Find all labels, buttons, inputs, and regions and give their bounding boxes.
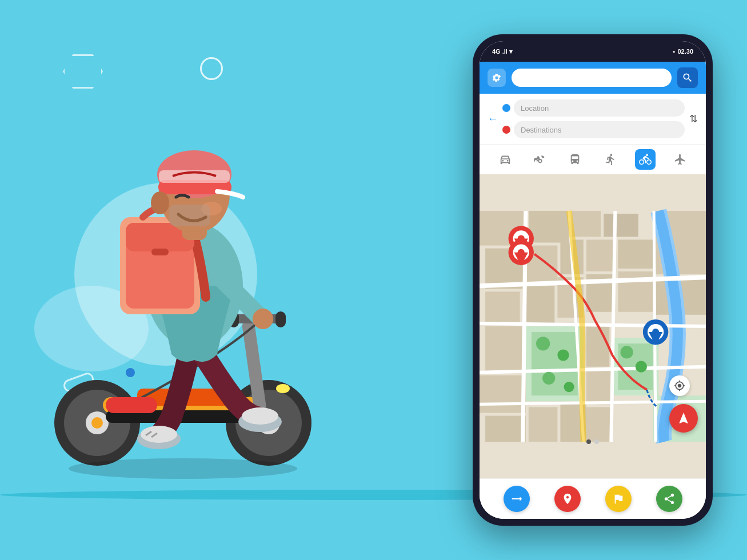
svg-rect-45 (604, 214, 638, 237)
locate-button[interactable] (669, 375, 690, 396)
map-area (480, 174, 706, 478)
svg-rect-68 (529, 407, 558, 442)
route-inputs: Location Destinations (502, 99, 685, 138)
destination-input[interactable]: Destinations (514, 121, 685, 138)
phone-notch (556, 34, 630, 50)
signal-text: 4G .il ▾ (492, 48, 513, 55)
app-content: ← Location Destinations (480, 62, 706, 519)
svg-point-40 (506, 160, 508, 162)
phone-mockup: 4G .il ▾ ▪ 02.30 (473, 34, 713, 526)
svg-point-28 (253, 309, 273, 329)
top-search-bar[interactable] (512, 69, 672, 87)
svg-rect-64 (586, 323, 609, 367)
transport-flight[interactable] (670, 149, 690, 170)
svg-point-94 (620, 346, 633, 358)
svg-rect-63 (485, 326, 523, 373)
battery-icon: ▪ (673, 48, 676, 55)
svg-rect-27 (151, 249, 169, 255)
svg-point-92 (542, 372, 555, 385)
back-button[interactable]: ← (488, 113, 498, 125)
svg-rect-70 (586, 407, 612, 442)
map-controls (669, 375, 698, 433)
svg-point-90 (536, 337, 550, 350)
svg-point-16 (276, 384, 290, 393)
person-scooter-illustration (23, 69, 377, 537)
destination-dot-icon (502, 126, 510, 134)
svg-rect-50 (618, 239, 653, 269)
svg-point-35 (151, 191, 169, 214)
search-button[interactable] (677, 67, 698, 88)
map-svg (480, 174, 706, 478)
svg-point-95 (636, 361, 647, 373)
svg-point-22 (242, 407, 278, 425)
svg-rect-14 (275, 311, 286, 327)
svg-point-3 (91, 417, 103, 429)
route-section: ← Location Destinations (480, 94, 706, 144)
svg-rect-53 (523, 286, 555, 323)
svg-point-39 (502, 160, 504, 162)
dot-1[interactable] (586, 439, 591, 444)
svg-rect-44 (572, 211, 601, 237)
svg-rect-49 (586, 239, 616, 271)
pin-action-button[interactable] (554, 486, 581, 512)
transport-bus[interactable] (565, 149, 585, 170)
svg-rect-43 (529, 211, 569, 243)
bottom-actions (480, 478, 706, 519)
navigation-button[interactable] (669, 404, 698, 433)
svg-rect-52 (485, 291, 520, 323)
svg-rect-15 (106, 397, 157, 413)
status-time: ▪ 02.30 (673, 48, 693, 55)
svg-point-93 (564, 382, 574, 392)
destination-row: Destinations (502, 121, 685, 138)
location-input[interactable]: Location (514, 99, 685, 117)
svg-point-38 (69, 458, 297, 479)
svg-rect-67 (485, 416, 526, 442)
svg-rect-66 (586, 370, 612, 405)
camera-button[interactable] (488, 69, 506, 87)
app-topbar[interactable] (480, 62, 706, 94)
dot-2[interactable] (594, 439, 599, 444)
svg-rect-37 (169, 205, 210, 226)
transport-bar (480, 144, 706, 174)
transport-car[interactable] (495, 149, 516, 170)
time-display: 02.30 (677, 48, 693, 55)
transport-motorcycle[interactable] (530, 149, 550, 170)
transport-walk[interactable] (600, 149, 621, 170)
svg-rect-65 (480, 375, 526, 413)
status-signal: 4G .il ▾ (492, 48, 513, 55)
navigate-action-button[interactable] (504, 486, 530, 512)
phone-screen: 4G .il ▾ ▪ 02.30 (480, 41, 706, 519)
phone-outer-frame: 4G .il ▾ ▪ 02.30 (473, 34, 713, 526)
person-scooter-svg (23, 80, 366, 491)
share-action-button[interactable] (656, 486, 682, 512)
location-dot-icon (502, 104, 510, 112)
flag-action-button[interactable] (605, 486, 632, 512)
transport-bicycle[interactable] (635, 149, 656, 170)
pagination-dots (586, 439, 599, 444)
location-row: Location (502, 99, 685, 117)
svg-point-91 (557, 349, 569, 361)
swap-button[interactable]: ⇅ (689, 113, 698, 125)
